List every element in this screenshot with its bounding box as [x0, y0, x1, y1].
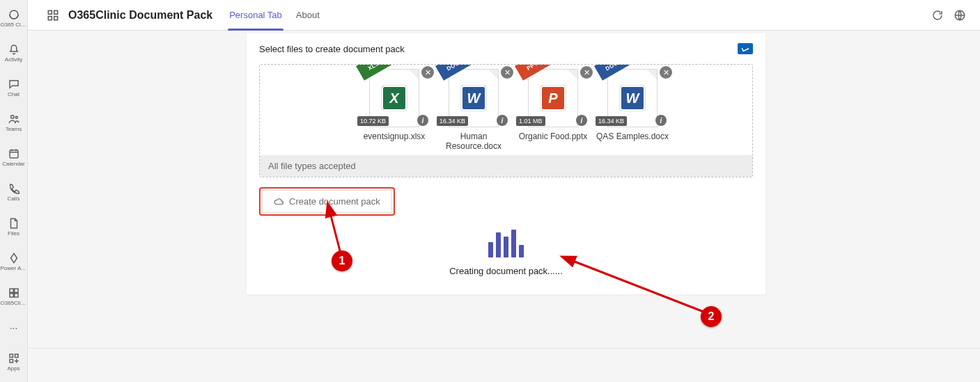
app-title: O365Clinic Document Pack — [68, 9, 212, 22]
rail-label: Teams — [6, 127, 22, 132]
file-info-button[interactable]: i — [497, 115, 508, 126]
remove-file-button[interactable]: ✕ — [501, 66, 513, 79]
annotation-highlight-1: Create document pack — [259, 187, 395, 216]
onedrive-icon[interactable] — [738, 43, 753, 54]
divider — [28, 348, 980, 349]
svg-rect-13 — [48, 16, 52, 19]
file-name: Organic Food.pptx — [516, 132, 590, 152]
rail-more-button[interactable]: ... — [0, 317, 28, 334]
word-icon: W — [461, 86, 486, 111]
svg-rect-9 — [15, 354, 18, 358]
rail-label: Chat — [8, 92, 20, 97]
create-document-pack-button[interactable]: Create document pack — [262, 190, 392, 213]
svg-rect-6 — [10, 294, 13, 297]
rail-label: Power Apps — [1, 266, 27, 271]
tab-about[interactable]: About — [289, 0, 327, 31]
svg-point-2 — [15, 116, 17, 118]
svg-rect-11 — [48, 10, 52, 14]
rail-item-powerapps[interactable]: Power Apps — [0, 248, 28, 276]
word-icon: W — [620, 86, 645, 111]
rail-item-apps[interactable]: Apps — [0, 348, 28, 376]
files-row: X XLSX ✕ 10.72 KB i eventsignup.xlsx W D… — [260, 65, 752, 152]
file-info-button[interactable]: i — [417, 115, 428, 126]
rail-label: O365 Clinic — [1, 22, 27, 28]
panel-header: Select files to create document pack — [247, 33, 765, 64]
tab-label: About — [296, 10, 320, 20]
file-size-badge: 1.01 MB — [516, 116, 545, 126]
svg-rect-8 — [10, 354, 13, 358]
svg-rect-5 — [14, 289, 17, 292]
rail-item-calendar[interactable]: Calendar — [0, 143, 28, 171]
remove-file-button[interactable]: ✕ — [660, 66, 672, 79]
left-rail: O365 Clinic Activity Chat Teams Calendar… — [0, 0, 28, 382]
rail-item-o365clinic2[interactable]: O365Clinic ... — [0, 282, 28, 310]
rail-label: Calls — [8, 196, 20, 202]
top-bar: O365Clinic Document Pack Personal Tab Ab… — [28, 0, 980, 31]
svg-rect-12 — [54, 10, 58, 14]
svg-rect-4 — [10, 289, 13, 292]
rail-label: Calendar — [2, 161, 24, 167]
svg-point-1 — [10, 116, 14, 119]
refresh-icon[interactable] — [931, 9, 944, 22]
create-row: Create document pack — [247, 177, 765, 225]
file-tile: W DOCX ✕ 16.34 KB i Human Resource.docx — [437, 67, 511, 152]
rail-item-chat[interactable]: Chat — [0, 74, 28, 102]
panel-header-title: Select files to create document pack — [259, 44, 405, 54]
svg-rect-3 — [10, 150, 18, 158]
cloud-upload-icon — [274, 197, 283, 207]
file-name: eventsignup.xlsx — [357, 132, 431, 152]
svg-rect-7 — [14, 294, 17, 297]
rail-item-o365clinic[interactable]: O365 Clinic — [0, 4, 28, 32]
file-tile: X XLSX ✕ 10.72 KB i eventsignup.xlsx — [357, 67, 431, 152]
file-info-button[interactable]: i — [655, 115, 667, 126]
file-info-button[interactable]: i — [576, 115, 587, 126]
file-dropzone[interactable]: X XLSX ✕ 10.72 KB i eventsignup.xlsx W D… — [259, 64, 753, 177]
rail-label: Activity — [5, 57, 22, 63]
file-name: QAS Eamples.docx — [596, 132, 669, 152]
excel-icon: X — [382, 86, 407, 111]
top-actions — [931, 9, 980, 22]
rail-label: Apps — [7, 366, 20, 372]
main-panel: Select files to create document pack X X… — [247, 33, 765, 294]
globe-icon[interactable] — [954, 9, 966, 22]
rail-item-activity[interactable]: Activity — [0, 39, 28, 67]
file-name: Human Resource.docx — [437, 132, 511, 152]
rail-label: O365Clinic ... — [1, 301, 27, 306]
rail-item-teams[interactable]: Teams — [0, 109, 28, 136]
remove-file-button[interactable]: ✕ — [421, 66, 434, 79]
file-size-badge: 16.34 KB — [596, 116, 627, 126]
progress-block: Creating document pack...... — [247, 225, 765, 294]
rail-label: Files — [8, 231, 20, 237]
remove-file-button[interactable]: ✕ — [580, 66, 593, 79]
app-grid-icon — [46, 8, 60, 22]
accepted-types-bar: All file types accepted — [260, 155, 752, 177]
svg-rect-10 — [10, 360, 13, 363]
annotation-badge-2: 2 — [701, 306, 722, 327]
file-size-badge: 10.72 KB — [357, 116, 389, 126]
create-button-label: Create document pack — [289, 196, 380, 207]
file-tile: P PPTX ✕ 1.01 MB i Organic Food.pptx — [516, 67, 590, 152]
tab-personal[interactable]: Personal Tab — [222, 0, 289, 31]
powerpoint-icon: P — [540, 86, 566, 111]
file-size-badge: 16.34 KB — [437, 116, 468, 126]
loading-bars-icon — [488, 230, 524, 257]
progress-text: Creating document pack...... — [449, 266, 563, 276]
rail-item-calls[interactable]: Calls — [0, 178, 28, 206]
svg-rect-14 — [54, 16, 58, 19]
file-tile: W DOCX ✕ 16.34 KB i QAS Eamples.docx — [596, 67, 669, 152]
rail-item-files[interactable]: Files — [0, 213, 28, 241]
tab-label: Personal Tab — [229, 10, 282, 20]
